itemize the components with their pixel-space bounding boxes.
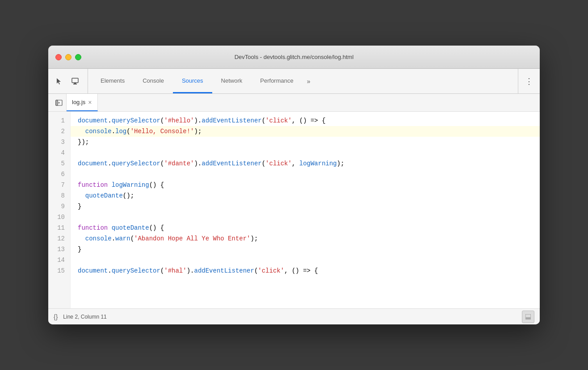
svg-rect-7 [525, 317, 531, 320]
code-line: document.querySelector('#dante').addEven… [71, 158, 540, 169]
minimize-button[interactable] [65, 54, 71, 60]
code-line: console.log('Hello, Console!'); [71, 126, 540, 137]
code-line: } [71, 201, 540, 212]
line-number: 10 [48, 212, 70, 223]
status-bar-end [522, 311, 534, 323]
line-number: 3 [48, 137, 70, 147]
more-tabs-button[interactable]: » [302, 69, 315, 93]
code-line [71, 169, 540, 180]
drawer-toggle-button[interactable] [522, 311, 534, 323]
svg-marker-5 [59, 102, 60, 104]
sidebar-toggle-button[interactable] [52, 94, 67, 111]
line-number: 8 [48, 190, 70, 201]
code-line: } [71, 244, 540, 255]
line-number: 12 [48, 233, 70, 244]
code-line [71, 255, 540, 265]
line-number: 1 [48, 115, 70, 126]
toolbar: Elements Console Sources Network Perform… [48, 69, 540, 94]
toolbar-icons [52, 69, 88, 93]
code-area[interactable]: 123456789101112131415 document.querySele… [48, 112, 540, 308]
line-number: 11 [48, 223, 70, 233]
file-tab-bar: log.js × [48, 94, 540, 112]
svg-rect-4 [56, 100, 58, 105]
code-line: quoteDante(); [71, 190, 540, 201]
file-tab-close-button[interactable]: × [88, 99, 92, 105]
tab-elements[interactable]: Elements [92, 69, 134, 93]
tab-console[interactable]: Console [134, 69, 173, 93]
code-line: console.warn('Abandon Hope All Ye Who En… [71, 233, 540, 244]
line-number: 15 [48, 265, 70, 276]
code-line [71, 147, 540, 158]
code-line [71, 212, 540, 223]
cursor-position: Line 2, Column 11 [63, 314, 106, 320]
code-line: document.querySelector('#hal').addEventL… [71, 265, 540, 276]
title-bar: DevTools - devtools.glitch.me/console/lo… [48, 46, 540, 69]
tabs: Elements Console Sources Network Perform… [92, 69, 315, 93]
status-bar: {} Line 2, Column 11 [48, 308, 540, 324]
line-number: 2 [48, 126, 70, 137]
line-number: 4 [48, 147, 70, 158]
code-line: document.querySelector('#hello').addEven… [71, 115, 540, 126]
traffic-lights [55, 54, 81, 60]
line-number: 9 [48, 201, 70, 212]
code-line: function logWarning() { [71, 180, 540, 190]
pretty-print-icon[interactable]: {} [54, 313, 58, 320]
file-tab-name: log.js [72, 99, 85, 105]
line-numbers: 123456789101112131415 [48, 112, 71, 308]
window-title: DevTools - devtools.glitch.me/console/lo… [235, 54, 354, 60]
code-line: function quoteDante() { [71, 223, 540, 233]
code-line: }); [71, 137, 540, 147]
devtools-window: DevTools - devtools.glitch.me/console/lo… [48, 46, 540, 324]
tab-performance[interactable]: Performance [251, 69, 302, 93]
close-button[interactable] [55, 54, 62, 60]
svg-rect-1 [73, 84, 77, 84]
line-number: 14 [48, 255, 70, 265]
line-number: 6 [48, 169, 70, 180]
devtools-menu-button[interactable]: ⋮ [522, 74, 536, 88]
file-tab-logjs[interactable]: log.js × [67, 94, 98, 111]
line-number: 13 [48, 244, 70, 255]
line-number: 5 [48, 158, 70, 169]
svg-rect-0 [72, 78, 78, 83]
line-number: 7 [48, 180, 70, 190]
inspect-icon-button[interactable] [68, 74, 82, 88]
maximize-button[interactable] [75, 54, 81, 60]
cursor-icon-button[interactable] [52, 74, 66, 88]
code-lines: document.querySelector('#hello').addEven… [71, 112, 540, 308]
tab-sources[interactable]: Sources [173, 69, 212, 93]
svg-rect-2 [74, 83, 76, 84]
toolbar-end: ⋮ [518, 69, 536, 93]
tab-network[interactable]: Network [212, 69, 252, 93]
